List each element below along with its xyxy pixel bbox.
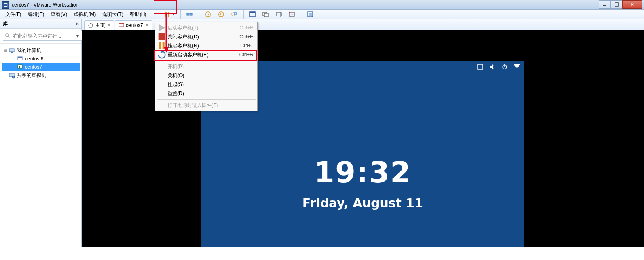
svg-rect-32 (11, 52, 13, 53)
menu-shutdown-guest[interactable]: 关闭客户机(D) Ctrl+E (156, 32, 257, 41)
tree-label: 我的计算机 (17, 47, 41, 54)
svg-rect-49 (159, 42, 161, 49)
send-ctrl-alt-del-button[interactable] (184, 9, 195, 20)
svg-line-13 (208, 14, 209, 15)
menu-reset[interactable]: 重置(R) (156, 89, 257, 98)
tree-label: centos 6 (25, 56, 43, 62)
menu-restart-guest[interactable]: 重新启动客户机(E) Ctrl+R (156, 50, 257, 59)
unity-button[interactable] (260, 9, 271, 20)
menu-edit[interactable]: 编辑(E) (25, 10, 47, 19)
svg-marker-47 (159, 24, 165, 31)
svg-rect-21 (264, 13, 268, 17)
svg-marker-15 (219, 13, 221, 16)
menu-view[interactable]: 查看(V) (47, 10, 70, 19)
svg-point-38 (12, 76, 15, 78)
menu-power-off[interactable]: 关机(O) (156, 71, 257, 80)
sidebar-title: 库 (3, 20, 8, 27)
window-title: centos7 - VMware Workstation (12, 2, 78, 8)
tree-vm-centos7[interactable]: centos7 (2, 63, 80, 71)
tree-my-computer[interactable]: ⊟ 我的计算机 (2, 46, 80, 55)
svg-rect-3 (615, 3, 618, 6)
menu-tabs[interactable]: 选项卡(T) (99, 10, 126, 19)
close-button[interactable] (622, 0, 642, 9)
vm-icon (119, 22, 124, 28)
computer-icon (9, 47, 15, 54)
menu-power-on: 开机(P) (156, 62, 257, 71)
lockscreen-time: 19:32 (201, 155, 524, 189)
tree-label: centos7 (25, 64, 42, 70)
minimize-button[interactable] (599, 0, 611, 9)
shared-vms-icon (9, 72, 15, 79)
search-field[interactable] (12, 33, 75, 39)
chevron-down-icon[interactable] (514, 64, 520, 71)
tab-home[interactable]: 主页 × (84, 20, 114, 30)
accessibility-icon[interactable] (477, 64, 483, 71)
search-dropdown-icon[interactable]: ▾ (75, 33, 80, 39)
svg-line-30 (8, 36, 10, 38)
fullscreen-button[interactable] (247, 9, 258, 20)
vm-icon (17, 56, 23, 62)
svg-marker-39 (88, 23, 93, 27)
snapshot-revert-button[interactable] (215, 9, 227, 20)
menu-power-on-firmware: 打开电源时进入固件(F) (156, 101, 257, 110)
svg-marker-8 (172, 13, 175, 15)
tab-centos7[interactable]: centos7 × (115, 20, 152, 30)
collapse-icon: ⊟ (3, 48, 8, 53)
svg-rect-34 (18, 57, 22, 58)
svg-line-26 (289, 12, 294, 16)
search-input[interactable]: ▾ (3, 31, 82, 41)
sidebar: 库 × ▾ ⊟ 我的计算机 centos 6 (0, 19, 82, 247)
stop-icon (158, 33, 166, 40)
sidebar-close-button[interactable]: × (76, 21, 79, 27)
svg-rect-41 (119, 23, 124, 24)
vm-running-icon (17, 64, 23, 70)
tab-close-icon[interactable]: × (107, 22, 110, 28)
power-dropdown-menu: 启动客户机(T) Ctrl+B 关闭客户机(D) Ctrl+E 挂起客户机(N)… (155, 22, 258, 111)
tab-label: 主页 (95, 22, 105, 29)
thumbnail-bar-button[interactable] (304, 9, 316, 20)
pause-icon (158, 42, 166, 49)
menu-start-guest: 启动客户机(T) Ctrl+B (156, 23, 257, 32)
maximize-button[interactable] (610, 0, 623, 9)
menu-help[interactable]: 帮助(H) (127, 10, 150, 19)
svg-rect-9 (187, 13, 189, 15)
menu-vm[interactable]: 虚拟机(M) (70, 10, 99, 19)
titlebar[interactable]: centos7 - VMware Workstation (0, 0, 644, 10)
application-window: centos7 - VMware Workstation 文件(F) 编辑(E)… (0, 0, 644, 260)
power-icon[interactable] (501, 64, 508, 71)
svg-marker-43 (490, 64, 493, 69)
tree-label: 共享的虚拟机 (17, 72, 46, 79)
lockscreen-date: Friday, August 11 (201, 196, 524, 210)
console-view-button[interactable] (286, 9, 297, 20)
menu-separator (157, 60, 256, 61)
tree-vm-centos6[interactable]: centos 6 (2, 55, 80, 63)
svg-rect-50 (163, 42, 165, 49)
power-button-group[interactable] (161, 9, 177, 20)
guest-topbar (477, 64, 520, 71)
snapshot-take-button[interactable] (202, 9, 214, 20)
play-icon (158, 24, 166, 31)
tree-shared-vms[interactable]: ⊞ 共享的虚拟机 (2, 71, 80, 80)
menu-file[interactable]: 文件(F) (2, 10, 25, 19)
svg-rect-42 (478, 64, 483, 69)
restart-icon (158, 51, 166, 58)
snapshot-manager-button[interactable] (228, 9, 240, 20)
menu-suspend[interactable]: 挂起(S) (156, 80, 257, 89)
app-icon (2, 1, 9, 9)
svg-rect-10 (190, 13, 192, 15)
home-icon (88, 22, 94, 28)
tab-close-icon[interactable]: × (145, 22, 148, 28)
search-icon (5, 33, 11, 39)
stretch-button[interactable] (273, 9, 284, 20)
svg-rect-48 (159, 33, 165, 40)
svg-rect-28 (309, 13, 312, 16)
menubar: 文件(F) 编辑(E) 查看(V) 虚拟机(M) 选项卡(T) 帮助(H) (0, 10, 644, 19)
volume-icon[interactable] (489, 64, 496, 71)
svg-rect-6 (165, 12, 167, 17)
tab-label: centos7 (126, 22, 143, 28)
svg-rect-7 (168, 12, 169, 17)
menu-suspend-guest[interactable]: 挂起客户机(N) Ctrl+J (156, 41, 257, 50)
library-tree: ⊟ 我的计算机 centos 6 centos7 ⊞ 共享的虚拟机 (0, 44, 81, 82)
sidebar-header: 库 × (0, 19, 81, 29)
svg-rect-1 (4, 4, 7, 6)
